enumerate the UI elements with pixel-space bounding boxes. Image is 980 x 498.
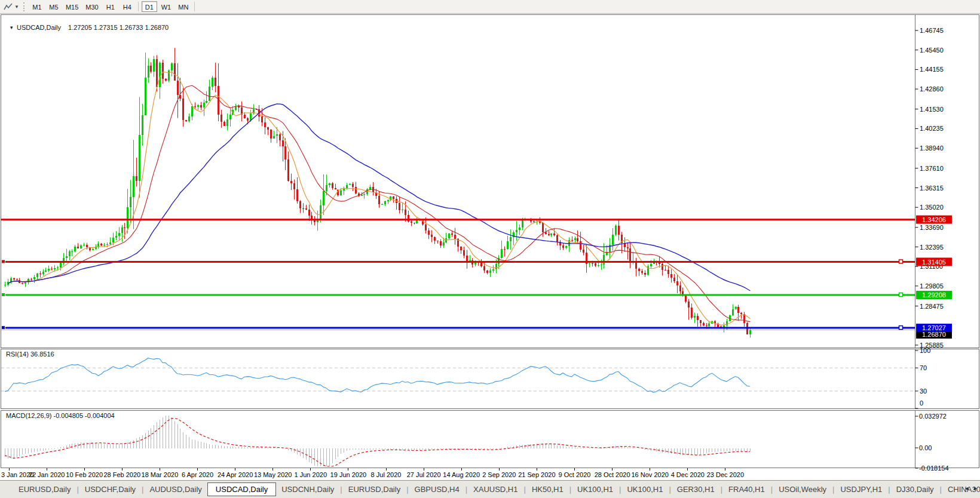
line-handle-right[interactable] (899, 326, 903, 330)
svg-text:1 Jun 2020: 1 Jun 2020 (295, 471, 327, 478)
main-chart-pane (1, 15, 979, 348)
tab-usoil-weekly[interactable]: USOil,Weekly (773, 483, 832, 496)
tab-usdchf-daily[interactable]: USDCHF,Daily (79, 483, 141, 496)
svg-text:1.37610: 1.37610 (920, 165, 944, 172)
tab-eurusd-daily[interactable]: EURUSD,Daily (343, 483, 406, 496)
svg-text:24 Apr 2020: 24 Apr 2020 (218, 471, 253, 478)
chart-title: ▼USDCAD,Daily1.27205 1.27315 1.26733 1.2… (5, 17, 169, 31)
tab-gbpusd-h4[interactable]: GBPUSD,H4 (409, 483, 465, 496)
svg-text:27 Jul 2020: 27 Jul 2020 (407, 471, 441, 478)
line-handle-left[interactable] (2, 293, 5, 297)
tab-xauusd-h1[interactable]: XAUUSD,H1 (468, 483, 523, 496)
svg-text:1.35020: 1.35020 (920, 204, 944, 211)
tab-eurusd-daily[interactable]: EURUSD,Daily (13, 483, 76, 496)
svg-text:1.29805: 1.29805 (920, 282, 944, 290)
svg-text:2 Sep 2020: 2 Sep 2020 (482, 471, 516, 478)
tab-usdcad-daily[interactable]: USDCAD,Daily (207, 482, 276, 496)
chart-symbol-label: USDCAD,Daily (17, 24, 61, 31)
svg-text:0: 0 (920, 399, 923, 407)
svg-text:16 Nov 2020: 16 Nov 2020 (632, 471, 669, 478)
svg-text:13 May 2020: 13 May 2020 (254, 471, 292, 478)
tabs-holder: EURUSD,Daily|USDCHF,Daily|AUDUSD,DailyUS… (13, 482, 980, 496)
svg-text:1.34206: 1.34206 (922, 216, 946, 223)
tab-audusd-daily[interactable]: AUDUSD,Daily (144, 483, 207, 496)
svg-text:0.00: 0.00 (919, 444, 932, 451)
svg-text:6 Apr 2020: 6 Apr 2020 (182, 471, 213, 478)
svg-text:100: 100 (920, 347, 930, 354)
macd-pane (1, 411, 979, 468)
svg-text:23 Dec 2020: 23 Dec 2020 (707, 471, 744, 478)
svg-text:1.28475: 1.28475 (920, 303, 944, 310)
toolbar-separator (194, 2, 195, 11)
chart-tab-bar: EURUSD,Daily|USDCHF,Daily|AUDUSD,DailyUS… (0, 480, 980, 498)
macd-indicator-label: MACD(12,26,9) -0.004805 -0.004004 (6, 412, 115, 419)
timeframe-button-m1[interactable]: M1 (29, 1, 45, 12)
svg-text:1.45450: 1.45450 (920, 47, 944, 54)
svg-text:18 Mar 2020: 18 Mar 2020 (142, 471, 179, 478)
timeframe-button-m15[interactable]: M15 (63, 1, 81, 12)
svg-text:1.27027: 1.27027 (922, 324, 946, 331)
svg-text:4 Dec 2020: 4 Dec 2020 (671, 471, 705, 478)
svg-text:1.46745: 1.46745 (920, 27, 944, 34)
toolbar-separator (138, 2, 139, 11)
rsi-indicator-label: RSI(14) 36.8516 (6, 351, 54, 358)
svg-text:1.36315: 1.36315 (920, 185, 944, 192)
tab-fra40-h1[interactable]: FRA40,H1 (723, 483, 770, 496)
svg-text:28 Oct 2020: 28 Oct 2020 (595, 471, 630, 478)
timeframe-button-w1[interactable]: W1 (158, 1, 174, 12)
svg-text:1.31405: 1.31405 (922, 259, 946, 266)
svg-text:10 Feb 2020: 10 Feb 2020 (66, 471, 103, 478)
svg-text:30: 30 (920, 388, 927, 395)
svg-text:9 Oct 2020: 9 Oct 2020 (559, 471, 591, 478)
timeframe-button-h4[interactable]: H4 (120, 1, 135, 12)
svg-text:1.38940: 1.38940 (920, 145, 944, 152)
svg-text:1.41530: 1.41530 (920, 106, 944, 113)
tab-usdjpy-h1[interactable]: USDJPY,H1 (835, 483, 887, 496)
tab-uk100-h1[interactable]: UK100,H1 (621, 483, 668, 496)
timeframe-button-h1[interactable]: H1 (103, 1, 118, 12)
toolbar-grip (23, 2, 24, 11)
timeframe-button-mn[interactable]: MN (175, 1, 191, 12)
svg-text:1.42860: 1.42860 (920, 85, 944, 93)
tab-uk100-h1[interactable]: UK100,H1 (572, 483, 618, 496)
tab-scroll-arrows: ◄ ► (964, 485, 978, 491)
svg-text:28 Feb 2020: 28 Feb 2020 (103, 471, 140, 478)
svg-text:1.32395: 1.32395 (920, 244, 944, 251)
svg-text:1.44155: 1.44155 (920, 66, 944, 73)
toolbar: ▼ M1M5M15M30H1H4D1W1MN (0, 0, 980, 14)
chart-ohlc-values: 1.27205 1.27315 1.26733 1.26870 (68, 24, 169, 31)
svg-text:19 Jun 2020: 19 Jun 2020 (330, 471, 367, 478)
line-handle-left[interactable] (2, 260, 5, 263)
timeframe-button-d1[interactable]: D1 (142, 1, 157, 12)
chart-tool-icon[interactable] (3, 2, 14, 11)
line-handle-right[interactable] (899, 260, 903, 263)
tab-hk50-h1[interactable]: HK50,H1 (526, 483, 569, 496)
tab-dj30-daily[interactable]: DJ30,Daily (891, 483, 939, 496)
tab-scroll-right-icon[interactable]: ► (973, 485, 978, 491)
svg-text:1.33690: 1.33690 (920, 224, 944, 231)
svg-text:21 Sep 2020: 21 Sep 2020 (518, 471, 555, 478)
tab-ger30-h1[interactable]: GER30,H1 (672, 483, 720, 496)
timeframe-button-m30[interactable]: M30 (82, 1, 101, 12)
tab-usdcnh-daily[interactable]: USDCNH,Daily (276, 483, 339, 496)
collapse-triangle-icon[interactable]: ▼ (9, 25, 14, 30)
svg-text:70: 70 (920, 364, 927, 371)
svg-text:-0.018154: -0.018154 (919, 465, 949, 472)
svg-text:0.032972: 0.032972 (919, 413, 947, 420)
date-axis[interactable]: 3 Jan 202022 Jan 202010 Feb 202028 Feb 2… (1, 468, 744, 479)
timeframe-button-m5[interactable]: M5 (46, 1, 62, 12)
line-handle-right[interactable] (899, 293, 903, 297)
tab-scroll-left-icon[interactable]: ◄ (964, 485, 969, 491)
svg-text:22 Jan 2020: 22 Jan 2020 (29, 471, 65, 478)
svg-text:1.40235: 1.40235 (920, 125, 944, 132)
svg-text:14 Aug 2020: 14 Aug 2020 (443, 471, 480, 478)
svg-text:1.29208: 1.29208 (922, 291, 946, 299)
svg-text:8 Jul 2020: 8 Jul 2020 (371, 471, 402, 478)
chart-canvas: 1.467451.454501.441551.428601.415301.402… (0, 0, 980, 498)
timeframe-buttons: M1M5M15M30H1H4D1W1MN (29, 1, 197, 12)
chevron-down-icon[interactable]: ▼ (14, 4, 19, 10)
line-handle-left[interactable] (2, 326, 5, 330)
